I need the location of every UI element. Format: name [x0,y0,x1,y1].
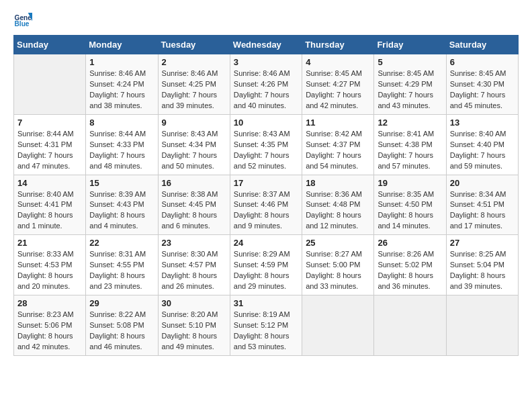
day-info: Sunrise: 8:36 AMSunset: 4:48 PMDaylight:… [306,189,370,232]
day-number: 14 [17,178,82,188]
calendar-cell: 6Sunrise: 8:45 AMSunset: 4:30 PMDaylight… [446,54,518,115]
day-info: Sunrise: 8:20 AMSunset: 5:10 PMDaylight:… [162,310,226,353]
day-number: 25 [306,238,370,248]
day-number: 4 [306,57,370,67]
header-tuesday: Tuesday [158,36,230,54]
week-row-4: 21Sunrise: 8:33 AMSunset: 4:53 PMDayligh… [14,235,519,295]
day-info: Sunrise: 8:29 AMSunset: 4:59 PMDaylight:… [234,249,298,292]
calendar-cell [374,295,446,356]
day-number: 30 [162,298,226,308]
header-saturday: Saturday [446,36,518,54]
calendar-cell: 27Sunrise: 8:25 AMSunset: 5:04 PMDayligh… [446,235,518,295]
calendar-cell: 2Sunrise: 8:46 AMSunset: 4:25 PMDaylight… [158,54,230,115]
day-number: 24 [234,238,298,248]
day-number: 23 [162,238,226,248]
calendar-cell: 26Sunrise: 8:26 AMSunset: 5:02 PMDayligh… [374,235,446,295]
calendar-cell: 17Sunrise: 8:37 AMSunset: 4:46 PMDayligh… [230,175,302,235]
day-number: 9 [162,118,226,128]
day-number: 27 [450,238,515,248]
day-info: Sunrise: 8:41 AMSunset: 4:38 PMDaylight:… [378,129,442,172]
calendar-cell: 24Sunrise: 8:29 AMSunset: 4:59 PMDayligh… [230,235,302,295]
calendar-cell: 18Sunrise: 8:36 AMSunset: 4:48 PMDayligh… [302,175,374,235]
day-info: Sunrise: 8:45 AMSunset: 4:29 PMDaylight:… [378,68,442,111]
day-info: Sunrise: 8:42 AMSunset: 4:37 PMDaylight:… [306,129,370,172]
header-thursday: Thursday [302,36,374,54]
calendar-cell: 5Sunrise: 8:45 AMSunset: 4:29 PMDaylight… [374,54,446,115]
day-info: Sunrise: 8:45 AMSunset: 4:30 PMDaylight:… [450,68,515,111]
week-row-2: 7Sunrise: 8:44 AMSunset: 4:31 PMDaylight… [14,114,519,175]
day-number: 21 [17,238,82,248]
day-info: Sunrise: 8:46 AMSunset: 4:25 PMDaylight:… [162,68,226,111]
day-number: 7 [17,118,82,128]
header-friday: Friday [374,36,446,54]
day-number: 5 [378,57,442,67]
day-info: Sunrise: 8:46 AMSunset: 4:24 PMDaylight:… [89,68,154,111]
day-info: Sunrise: 8:34 AMSunset: 4:51 PMDaylight:… [450,189,515,232]
day-info: Sunrise: 8:44 AMSunset: 4:33 PMDaylight:… [89,129,154,172]
calendar-cell: 3Sunrise: 8:46 AMSunset: 4:26 PMDaylight… [230,54,302,115]
calendar-cell: 29Sunrise: 8:22 AMSunset: 5:08 PMDayligh… [86,295,158,356]
calendar-cell: 25Sunrise: 8:27 AMSunset: 5:00 PMDayligh… [302,235,374,295]
day-number: 31 [234,298,298,308]
calendar-cell: 31Sunrise: 8:19 AMSunset: 5:12 PMDayligh… [230,295,302,356]
day-number: 19 [378,178,442,188]
calendar-cell: 23Sunrise: 8:30 AMSunset: 4:57 PMDayligh… [158,235,230,295]
calendar-cell [446,295,518,356]
day-info: Sunrise: 8:43 AMSunset: 4:34 PMDaylight:… [162,129,226,172]
day-info: Sunrise: 8:22 AMSunset: 5:08 PMDaylight:… [89,310,154,353]
logo: General Blue [13,11,34,30]
day-info: Sunrise: 8:38 AMSunset: 4:45 PMDaylight:… [162,189,226,232]
calendar-cell: 20Sunrise: 8:34 AMSunset: 4:51 PMDayligh… [446,175,518,235]
day-number: 20 [450,178,515,188]
calendar-cell: 28Sunrise: 8:23 AMSunset: 5:06 PMDayligh… [14,295,86,356]
calendar-cell: 30Sunrise: 8:20 AMSunset: 5:10 PMDayligh… [158,295,230,356]
day-number: 15 [89,178,154,188]
calendar-cell: 21Sunrise: 8:33 AMSunset: 4:53 PMDayligh… [14,235,86,295]
calendar-cell: 8Sunrise: 8:44 AMSunset: 4:33 PMDaylight… [86,114,158,175]
day-info: Sunrise: 8:25 AMSunset: 5:04 PMDaylight:… [450,249,515,292]
day-info: Sunrise: 8:44 AMSunset: 4:31 PMDaylight:… [17,129,82,172]
calendar-cell: 10Sunrise: 8:43 AMSunset: 4:35 PMDayligh… [230,114,302,175]
day-number: 10 [234,118,298,128]
day-number: 3 [234,57,298,67]
calendar-cell: 14Sunrise: 8:40 AMSunset: 4:41 PMDayligh… [14,175,86,235]
week-row-1: 1Sunrise: 8:46 AMSunset: 4:24 PMDaylight… [14,54,519,115]
day-number: 18 [306,178,370,188]
calendar-cell [302,295,374,356]
day-number: 1 [89,57,154,67]
calendar-header-row: SundayMondayTuesdayWednesdayThursdayFrid… [14,36,519,54]
day-info: Sunrise: 8:31 AMSunset: 4:55 PMDaylight:… [89,249,154,292]
day-info: Sunrise: 8:35 AMSunset: 4:50 PMDaylight:… [378,189,442,232]
day-info: Sunrise: 8:39 AMSunset: 4:43 PMDaylight:… [89,189,154,232]
week-row-3: 14Sunrise: 8:40 AMSunset: 4:41 PMDayligh… [14,175,519,235]
day-number: 16 [162,178,226,188]
calendar-cell: 13Sunrise: 8:40 AMSunset: 4:40 PMDayligh… [446,114,518,175]
day-number: 28 [17,298,82,308]
calendar-cell: 1Sunrise: 8:46 AMSunset: 4:24 PMDaylight… [86,54,158,115]
day-info: Sunrise: 8:46 AMSunset: 4:26 PMDaylight:… [234,68,298,111]
calendar-cell: 15Sunrise: 8:39 AMSunset: 4:43 PMDayligh… [86,175,158,235]
calendar-cell: 22Sunrise: 8:31 AMSunset: 4:55 PMDayligh… [86,235,158,295]
calendar-cell: 9Sunrise: 8:43 AMSunset: 4:34 PMDaylight… [158,114,230,175]
header-sunday: Sunday [14,36,86,54]
day-number: 22 [89,238,154,248]
calendar-cell [14,54,86,115]
day-info: Sunrise: 8:33 AMSunset: 4:53 PMDaylight:… [17,249,82,292]
calendar-table: SundayMondayTuesdayWednesdayThursdayFrid… [13,35,519,356]
day-number: 13 [450,118,515,128]
day-number: 12 [378,118,442,128]
calendar-cell: 19Sunrise: 8:35 AMSunset: 4:50 PMDayligh… [374,175,446,235]
calendar-cell: 7Sunrise: 8:44 AMSunset: 4:31 PMDaylight… [14,114,86,175]
day-info: Sunrise: 8:40 AMSunset: 4:40 PMDaylight:… [450,129,515,172]
day-number: 26 [378,238,442,248]
calendar-cell: 16Sunrise: 8:38 AMSunset: 4:45 PMDayligh… [158,175,230,235]
day-number: 8 [89,118,154,128]
calendar-cell: 4Sunrise: 8:45 AMSunset: 4:27 PMDaylight… [302,54,374,115]
day-info: Sunrise: 8:26 AMSunset: 5:02 PMDaylight:… [378,249,442,292]
day-info: Sunrise: 8:43 AMSunset: 4:35 PMDaylight:… [234,129,298,172]
day-number: 29 [89,298,154,308]
calendar-cell: 11Sunrise: 8:42 AMSunset: 4:37 PMDayligh… [302,114,374,175]
day-number: 2 [162,57,226,67]
header-monday: Monday [86,36,158,54]
day-info: Sunrise: 8:23 AMSunset: 5:06 PMDaylight:… [17,310,82,353]
